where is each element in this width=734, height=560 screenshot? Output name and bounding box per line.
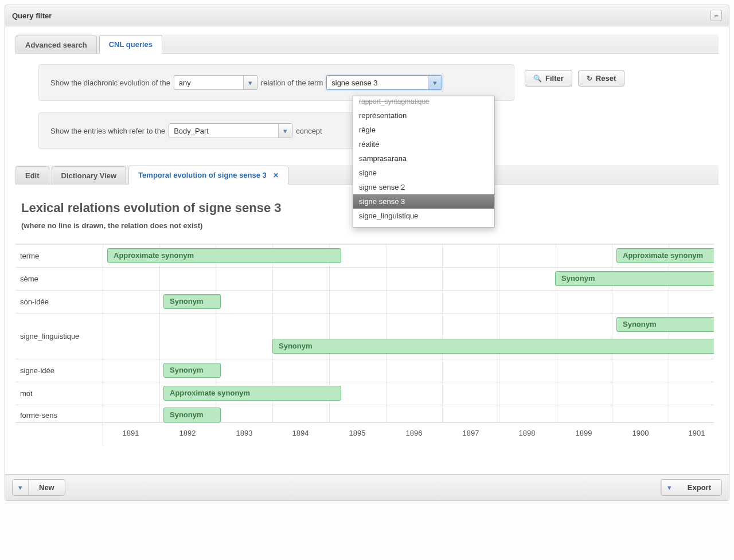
- dropdown-option[interactable]: signe: [353, 166, 494, 180]
- year-label: 1895: [349, 429, 366, 437]
- tab-advanced-search[interactable]: Advanced search: [15, 36, 97, 54]
- bottom-toolbar: ▾ New ▾ Export: [5, 474, 729, 500]
- concept-combo[interactable]: ▾: [169, 123, 292, 138]
- relation-bar[interactable]: Synonym: [555, 271, 714, 286]
- query-concept-row: Show the entries which refer to the ▾ co…: [38, 112, 360, 149]
- relation-bar[interactable]: Approximate synonym: [107, 248, 341, 263]
- panel-header: Query filter −: [5, 5, 729, 26]
- minus-icon: −: [714, 12, 719, 19]
- row-label: sème: [20, 275, 38, 283]
- tab-dictionary-view[interactable]: Dictionary View: [52, 166, 127, 185]
- export-split-button[interactable]: ▾ Export: [661, 479, 722, 496]
- year-label: 1897: [463, 429, 479, 437]
- relation-bar[interactable]: Synonym: [272, 339, 714, 354]
- reset-button[interactable]: ↻Reset: [578, 70, 624, 87]
- relation-combo[interactable]: ▾: [174, 75, 257, 90]
- new-button[interactable]: New: [29, 480, 65, 495]
- chevron-down-icon[interactable]: ▾: [243, 76, 257, 89]
- chevron-down-icon[interactable]: ▾: [661, 480, 677, 495]
- filter-button[interactable]: 🔍Filter: [525, 70, 572, 87]
- dropdown-option[interactable]: signe_linguistique: [353, 209, 494, 223]
- year-label: 1899: [576, 429, 592, 437]
- year-label: 1900: [633, 429, 649, 437]
- panel-title: Query filter: [12, 11, 52, 20]
- term-dropdown[interactable]: rapport_syntagmatique représentation règ…: [353, 96, 495, 228]
- tabstrip-top: Advanced search CNL queries: [15, 34, 719, 54]
- row-label: terme: [20, 252, 39, 260]
- row-label: mot: [20, 389, 33, 398]
- relation-bar[interactable]: Synonym: [163, 363, 221, 378]
- new-split-button[interactable]: ▾ New: [12, 479, 65, 496]
- dropdown-option[interactable]: rapport_syntagmatique: [353, 96, 494, 108]
- row-label: forme-sens: [20, 411, 57, 420]
- chart-grid: terme sème son-idée signe_linguistique s…: [15, 244, 714, 422]
- relation-bar[interactable]: Synonym: [616, 317, 714, 332]
- gridline: [499, 244, 499, 422]
- dropdown-option-selected[interactable]: signe sense 3: [353, 194, 494, 209]
- gridline: [159, 244, 160, 422]
- query1-prefix: Show the diachronic evolution of the: [50, 79, 170, 87]
- year-label: 1892: [179, 429, 196, 437]
- tab-temporal-label: Temporal evolution of signe sense 3: [138, 171, 267, 179]
- term-combo[interactable]: ▾: [326, 75, 442, 90]
- year-label: 1896: [406, 429, 423, 437]
- panel-body: Advanced search CNL queries Show the dia…: [5, 26, 729, 451]
- relation-bar[interactable]: Synonym: [163, 294, 221, 309]
- chevron-down-icon[interactable]: ▾: [13, 480, 29, 495]
- x-axis: 1891 1892 1893 1894 1895 1896 1897 1898 …: [15, 422, 714, 445]
- dropdown-option[interactable]: signifiant: [353, 223, 494, 228]
- dropdown-option[interactable]: signe sense 2: [353, 180, 494, 194]
- relation-bar[interactable]: Approximate synonym: [616, 248, 714, 263]
- year-label: 1894: [292, 429, 309, 437]
- tab-edit[interactable]: Edit: [15, 166, 49, 185]
- chevron-down-icon[interactable]: ▾: [278, 124, 292, 138]
- row-label: son-idée: [20, 297, 49, 306]
- year-label: 1898: [519, 429, 536, 437]
- tab-cnl-queries[interactable]: CNL queries: [99, 35, 162, 54]
- year-label: 1891: [123, 429, 139, 437]
- query2-prefix: Show the entries which refer to the: [50, 127, 165, 135]
- close-icon[interactable]: ✕: [273, 171, 279, 179]
- query1-mid: relation of the term: [261, 79, 323, 87]
- row-label: signe_linguistique: [20, 332, 79, 340]
- year-label: 1901: [689, 429, 705, 437]
- chevron-down-icon[interactable]: ▾: [428, 76, 442, 89]
- relation-input[interactable]: [174, 76, 243, 89]
- dropdown-scroll[interactable]: rapport_syntagmatique représentation règ…: [353, 96, 494, 228]
- relation-bar[interactable]: Synonym: [163, 408, 221, 422]
- refresh-icon: ↻: [587, 75, 592, 83]
- concept-input[interactable]: [169, 124, 278, 138]
- dropdown-option[interactable]: samprasarana: [353, 151, 494, 166]
- app-panel: Query filter − Advanced search CNL queri…: [5, 5, 729, 501]
- gantt-chart: terme sème son-idée signe_linguistique s…: [15, 244, 714, 445]
- tab-temporal-evolution[interactable]: Temporal evolution of signe sense 3 ✕: [128, 166, 288, 185]
- dropdown-option[interactable]: règle: [353, 123, 494, 137]
- dropdown-option[interactable]: représentation: [353, 108, 494, 123]
- query2-suffix: concept: [296, 127, 322, 135]
- export-button[interactable]: Export: [677, 480, 721, 495]
- year-label: 1893: [236, 429, 253, 437]
- search-icon: 🔍: [533, 75, 542, 83]
- gridline: [386, 244, 386, 422]
- collapse-button[interactable]: −: [710, 10, 722, 21]
- term-input[interactable]: [327, 76, 428, 89]
- gridline: [103, 244, 103, 422]
- row-label: signe-idée: [20, 366, 54, 375]
- relation-bar[interactable]: Approximate synonym: [163, 386, 341, 401]
- dropdown-option[interactable]: réalité: [353, 137, 494, 151]
- gridline: [442, 244, 443, 422]
